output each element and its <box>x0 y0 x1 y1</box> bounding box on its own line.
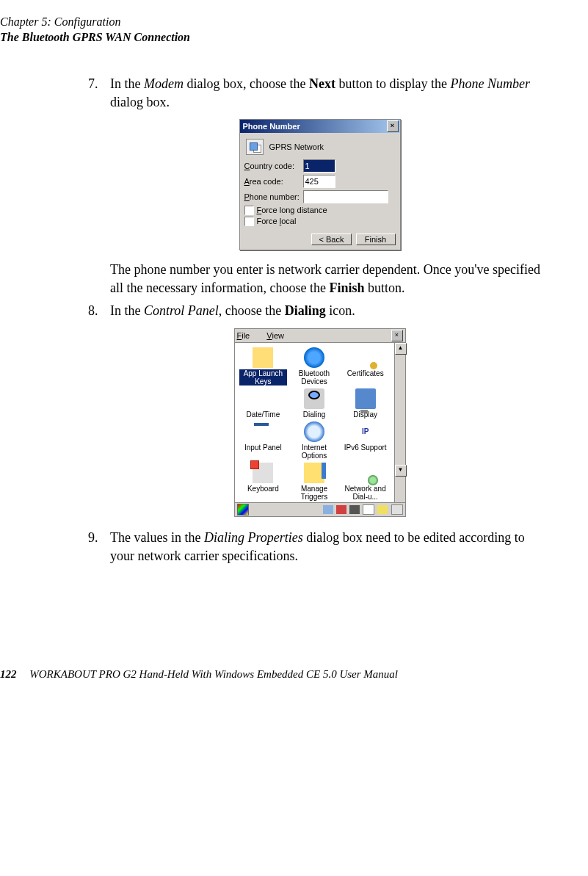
ipv6-icon <box>355 421 376 442</box>
step-text: In the Modem dialog box, choose the Next… <box>110 75 551 112</box>
view-menu[interactable]: View <box>266 331 291 340</box>
step-num: 9. <box>88 529 110 565</box>
keyboard-glyph-icon <box>253 463 273 483</box>
tray-icon[interactable] <box>363 504 374 515</box>
certificates-icon[interactable]: Certificates <box>341 347 390 385</box>
text-italic: Dialing Properties <box>204 530 303 545</box>
menu-bar: File View × <box>235 329 405 343</box>
input-icon <box>253 421 273 442</box>
text-bold: Next <box>309 76 338 91</box>
scroll-up-icon[interactable]: ▲ <box>395 343 407 355</box>
icon-label: Network and Dial-u... <box>345 485 386 501</box>
checkbox-label: Force local <box>257 217 297 225</box>
input-panel-icon[interactable]: Input Panel <box>239 421 288 460</box>
force-long-distance-checkbox[interactable]: Force long distance <box>244 206 396 215</box>
network-dialup-icon[interactable]: Network and Dial-u... <box>341 463 390 501</box>
checkbox-icon <box>244 206 254 215</box>
internet-options-icon[interactable]: Internet Options <box>290 421 338 460</box>
network-icon <box>246 139 264 155</box>
date-time-icon[interactable]: Date/Time <box>239 388 288 419</box>
close-icon[interactable]: × <box>387 120 399 132</box>
icon-label: Keyboard <box>247 485 279 493</box>
display-icon[interactable]: Display <box>341 388 390 419</box>
dialog-titlebar: Phone Number × <box>240 120 400 133</box>
control-panel-window: File View × App Launch Keys <box>234 328 406 517</box>
step-8: 8. In the Control Panel, choose the Dial… <box>88 302 551 320</box>
icon-label: IPv6 Support <box>344 444 387 452</box>
tray-icon[interactable] <box>336 505 346 514</box>
text: dialog box, choose the <box>184 76 309 91</box>
phone-icon <box>304 388 324 409</box>
close-icon[interactable]: × <box>391 330 403 341</box>
checkbox-icon <box>244 217 254 226</box>
back-button[interactable]: < Back <box>311 234 352 245</box>
icon-label: Certificates <box>347 369 384 377</box>
page-number: 122 <box>0 668 17 680</box>
text-italic: Phone Number <box>450 76 529 91</box>
text: In the <box>110 76 144 91</box>
text: In the <box>110 303 144 318</box>
force-local-checkbox[interactable]: Force local <box>244 217 396 226</box>
icon-label: Dialing <box>303 410 326 419</box>
tray-icon[interactable] <box>349 505 360 514</box>
start-icon[interactable] <box>237 504 249 515</box>
taskbar <box>235 502 405 516</box>
manage-triggers-icon[interactable]: Manage Triggers <box>290 463 338 501</box>
step-num: 7. <box>88 75 110 112</box>
text-italic: Modem <box>144 76 184 91</box>
step-9: 9. The values in the Dialing Properties … <box>88 529 551 565</box>
dialog-title: Phone Number <box>243 122 300 131</box>
text: dialog box. <box>110 95 170 109</box>
network-icon <box>355 463 376 483</box>
section-header: The Bluetooth GPRS WAN Connection <box>0 30 551 46</box>
file-menu[interactable]: File <box>237 331 258 340</box>
bluetooth-icon <box>304 347 324 368</box>
folder-icon <box>253 347 273 368</box>
tray-icon[interactable] <box>377 505 388 514</box>
step-num: 8. <box>88 302 110 320</box>
icon-label: App Launch Keys <box>239 369 288 385</box>
icon-label: Bluetooth Devices <box>299 369 330 385</box>
area-code-input[interactable] <box>303 175 335 188</box>
certificate-icon <box>355 347 376 368</box>
country-code-input[interactable] <box>303 159 335 173</box>
scrollbar[interactable]: ▲ ▼ <box>394 343 405 502</box>
text: button to display the <box>338 76 450 91</box>
country-code-label: Country code: <box>244 162 303 170</box>
checkbox-label: Force long distance <box>257 206 327 214</box>
text: The values in the <box>110 530 204 545</box>
bluetooth-devices-icon[interactable]: Bluetooth Devices <box>290 347 338 385</box>
scroll-down-icon[interactable]: ▼ <box>395 465 407 477</box>
globe-icon <box>304 421 324 442</box>
network-name: GPRS Network <box>269 142 324 151</box>
text-bold: Finish <box>329 280 364 295</box>
phone-number-label: Phone number: <box>244 192 303 201</box>
tray-icon[interactable] <box>391 504 403 515</box>
app-launch-keys-icon[interactable]: App Launch Keys <box>239 347 288 385</box>
page-footer: 122 WORKABOUT PRO G2 Hand-Held With Wind… <box>0 668 551 681</box>
text: icon. <box>326 303 355 318</box>
text: , choose the <box>219 303 285 318</box>
clock-icon <box>253 388 273 409</box>
dialing-icon[interactable]: Dialing <box>290 388 338 419</box>
phone-number-dialog: Phone Number × GPRS Network Country code… <box>239 119 401 250</box>
text-italic: Control Panel <box>144 303 219 318</box>
monitor-icon <box>355 388 376 409</box>
icon-label: Internet Options <box>302 444 327 460</box>
keyboard-icon[interactable]: Keyboard <box>239 463 288 501</box>
text: button. <box>364 280 404 295</box>
phone-number-input[interactable] <box>303 190 388 203</box>
finish-button[interactable]: Finish <box>356 234 396 245</box>
text-bold: Dialing <box>285 303 326 318</box>
step-text: In the Control Panel, choose the Dialing… <box>110 302 551 320</box>
ipv6-support-icon[interactable]: IPv6 Support <box>341 421 390 460</box>
area-code-label: Area code: <box>244 177 303 186</box>
tray-icon[interactable] <box>323 505 333 514</box>
step-text: The values in the Dialing Properties dia… <box>110 529 551 565</box>
icon-label: Date/Time <box>246 410 280 419</box>
paragraph: The phone number you enter is network ca… <box>110 261 551 297</box>
text: The phone number you enter is network ca… <box>110 262 540 295</box>
triggers-icon <box>304 463 324 483</box>
icon-label: Input Panel <box>244 444 282 452</box>
system-tray <box>322 504 402 514</box>
